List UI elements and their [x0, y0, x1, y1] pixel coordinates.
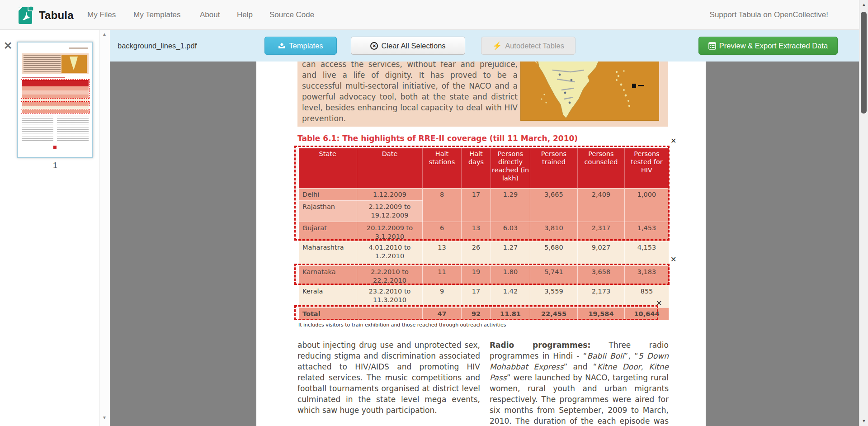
toolbar: background_lines_1.pdf Templates ✕ Clear…: [110, 30, 859, 62]
pdf-page[interactable]: can access the services, without fear an…: [256, 62, 706, 426]
india-map-image: [520, 62, 659, 121]
scrollbar-thumb[interactable]: [861, 12, 867, 114]
table-caption: Table 6.1: The highlights of RRE-II cove…: [297, 134, 614, 143]
nav-item-about[interactable]: About: [200, 0, 220, 30]
thumb-header-line: [69, 47, 88, 49]
table-cell: 3,559: [530, 285, 578, 308]
table-cell: 4,153: [625, 241, 669, 265]
tabula-app: Tabula My Files My Templates About Help …: [0, 0, 868, 426]
clear-button-label: Clear All Selections: [381, 42, 445, 50]
table-cell: 4.01.2010 to 1.2.2010: [357, 241, 423, 265]
table-cell: 9: [423, 285, 462, 308]
template-icon: [278, 42, 286, 49]
selection-2-close-icon[interactable]: ✕: [670, 256, 676, 263]
page-thumbnail[interactable]: [17, 42, 93, 158]
table-cell: Maharashtra: [299, 241, 357, 265]
navbar: Tabula My Files My Templates About Help …: [0, 0, 868, 30]
selection-3-close-icon[interactable]: ✕: [656, 300, 662, 307]
intro-paragraph: can access the services, without fear an…: [302, 62, 518, 124]
nav-item-source-code[interactable]: Source Code: [269, 0, 314, 30]
export-button-label: Preview & Export Extracted Data: [719, 42, 828, 50]
scroll-down-icon[interactable]: ▼: [859, 419, 868, 423]
thumb-intro-block: [22, 53, 89, 74]
clear-all-selections-button[interactable]: ✕ Clear All Selections: [351, 37, 465, 55]
autodetect-button-label: Autodetect Tables: [505, 42, 564, 50]
table-cell: 26: [462, 241, 491, 265]
table-cell: 855: [625, 285, 669, 308]
brand-title: Tabula: [39, 9, 74, 22]
nav-item-help[interactable]: Help: [237, 0, 253, 30]
thumbnail-page-number: 1: [17, 161, 93, 170]
nav-item-my-templates[interactable]: My Templates: [133, 0, 181, 30]
thumb-selection-1: [21, 79, 90, 99]
table-list-icon: [708, 42, 716, 50]
thumb-text-columns: [22, 115, 89, 141]
thumb-selection-2: [21, 101, 90, 106]
current-filename: background_lines_1.pdf: [118, 30, 197, 62]
intro-highlight-box: can access the services, without fear an…: [297, 62, 668, 127]
thumb-table-title-line: [22, 77, 65, 78]
templates-button[interactable]: Templates: [264, 37, 337, 55]
thumb-table: [22, 80, 89, 110]
table-cell: 1.27: [491, 241, 530, 265]
sidebar-scroll-up-icon[interactable]: ▲: [102, 32, 107, 37]
table-cell: 2,173: [578, 285, 625, 308]
thumb-logo-dot: [53, 146, 57, 149]
table-cell: 23.2.2010 to 11.3.2010: [357, 285, 423, 308]
autodetect-tables-button[interactable]: ⚡ Autodetect Tables: [481, 37, 576, 55]
nav-item-my-files[interactable]: My Files: [87, 0, 116, 30]
table-cell: 1.42: [491, 285, 530, 308]
page-scrollbar[interactable]: ▲ ▼: [859, 0, 868, 426]
table-cell: 9,027: [578, 241, 625, 265]
table-selection-1[interactable]: [294, 146, 670, 241]
lightning-icon: ⚡: [492, 41, 502, 51]
table-selection-2[interactable]: [294, 264, 670, 285]
table-selection-3[interactable]: [294, 305, 658, 320]
table-footnote: It includes visitors to train exhibition…: [298, 322, 506, 328]
table-row: Maharashtra4.01.2010 to 1.2.201013261.27…: [299, 241, 669, 265]
page-thumbnails-sidebar: ✕: [0, 30, 110, 426]
body-text-right-column: Radio programmes: Three radio programmes…: [490, 340, 669, 426]
scroll-up-icon[interactable]: ▲: [859, 2, 868, 7]
support-link[interactable]: Support Tabula on OpenCollective!: [710, 0, 828, 30]
table-cell: 13: [423, 241, 462, 265]
table-cell: Kerala: [299, 285, 357, 308]
document-viewport: can access the services, without fear an…: [110, 62, 859, 426]
templates-button-label: Templates: [289, 42, 323, 50]
tabula-logo-icon: [18, 5, 34, 26]
preview-export-button[interactable]: Preview & Export Extracted Data: [698, 37, 838, 55]
thumb-selection-3: [21, 109, 90, 114]
body-text-left-column: about injecting drug use and unprotected…: [297, 340, 480, 416]
table-cell: 17: [462, 285, 491, 308]
brand-home-link[interactable]: Tabula: [18, 5, 74, 26]
sidebar-scrollbar[interactable]: ▲ ▼: [99, 30, 110, 426]
table-cell: 5,680: [530, 241, 578, 265]
table-row: Kerala23.2.2010 to 11.3.20109171.423,559…: [299, 285, 669, 308]
remove-file-button[interactable]: ✕: [4, 41, 12, 51]
thumb-map: [61, 55, 87, 73]
clear-selections-icon: ✕: [370, 42, 378, 50]
sidebar-scroll-down-icon[interactable]: ▼: [102, 415, 107, 420]
selection-1-close-icon[interactable]: ✕: [670, 137, 676, 145]
